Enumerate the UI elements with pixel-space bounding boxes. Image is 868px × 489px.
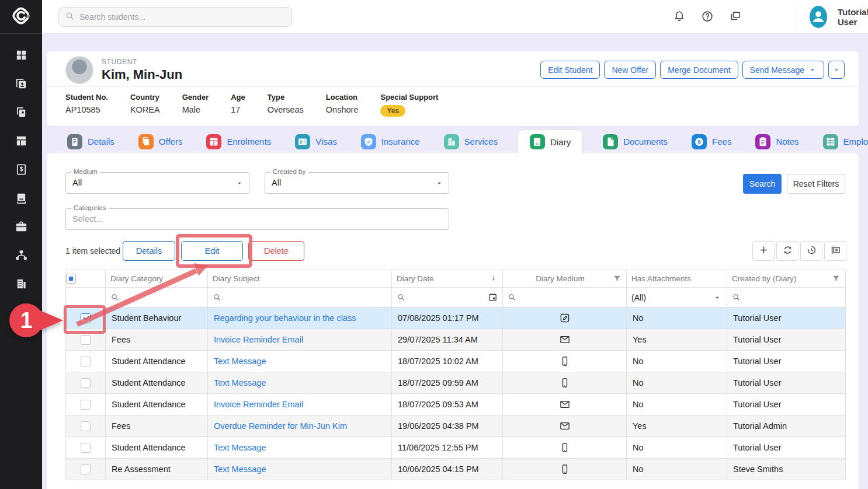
sidebar-item-briefcase[interactable]	[9, 221, 33, 235]
categories-select[interactable]: Categories Select...	[65, 208, 449, 230]
merge-document-button[interactable]: Merge Document	[660, 61, 738, 79]
tab-notes[interactable]: Notes	[751, 130, 803, 153]
row-checkbox[interactable]	[81, 464, 91, 474]
medium-select[interactable]: Medium All	[65, 172, 249, 194]
info-field-gender: GenderMale	[182, 93, 209, 117]
tab-documents[interactable]: Documents	[599, 130, 672, 153]
new-offer-button[interactable]: New Offer	[604, 61, 656, 79]
sidebar-item-library[interactable]	[9, 192, 33, 206]
filter-medium[interactable]	[503, 288, 627, 308]
calendar-icon[interactable]	[488, 292, 498, 302]
billing-icon	[15, 163, 28, 178]
diary-subject-link[interactable]: Overdue Reminder for Min-Jun Kim	[214, 421, 347, 431]
column-diary-category[interactable]: Diary Category	[106, 270, 208, 288]
edit-student-button[interactable]: Edit Student	[540, 61, 600, 79]
table-row: Student AttendanceText Message11/06/2025…	[66, 437, 846, 459]
cell-diary-category: Fees	[106, 415, 208, 437]
user-menu[interactable]: Tutorial User	[810, 6, 868, 28]
send-message-button[interactable]: Send Message	[742, 61, 824, 79]
search-input[interactable]	[79, 12, 286, 22]
sidebar-item-billing[interactable]	[9, 163, 33, 177]
row-checkbox-cell[interactable]	[66, 329, 106, 351]
select-all-checkbox[interactable]	[66, 274, 76, 284]
sidebar-item-layout[interactable]	[9, 135, 33, 149]
more-actions-button[interactable]	[828, 61, 845, 79]
filter-subject[interactable]	[208, 288, 392, 308]
row-checkbox[interactable]	[81, 443, 91, 453]
diary-subject-link[interactable]: Text Message	[214, 443, 266, 452]
diary-subject-link[interactable]: Regarding your behaviour in the class	[214, 313, 356, 323]
tab-insurance[interactable]: Insurance	[357, 130, 424, 153]
tab-enrolments[interactable]: Enrolments	[202, 130, 275, 153]
details-button[interactable]: Details	[123, 241, 175, 261]
cell-diary-medium	[503, 372, 627, 394]
tab-label: Diary	[550, 137, 571, 147]
sidebar-item-students[interactable]	[9, 78, 33, 92]
column-has-attachments[interactable]: Has Attachments	[627, 270, 727, 288]
row-checkbox-cell[interactable]	[66, 415, 106, 437]
reset-filters-button[interactable]: Reset Filters	[787, 174, 845, 194]
row-checkbox-cell[interactable]	[66, 459, 106, 480]
sidebar-item-campus[interactable]	[9, 278, 33, 292]
filter-created-by[interactable]	[727, 288, 846, 308]
diary-subject-link[interactable]: Invoice Reminder Email	[214, 335, 303, 344]
created-by-select[interactable]: Created by All	[265, 172, 449, 194]
row-checkbox[interactable]	[81, 313, 91, 323]
row-checkbox-cell[interactable]	[66, 437, 106, 459]
revert-button[interactable]	[800, 241, 822, 261]
row-checkbox[interactable]	[81, 400, 91, 410]
column-diary-date[interactable]: Diary Date	[392, 270, 503, 288]
diary-subject-link[interactable]: Text Message	[214, 464, 266, 474]
diary-subject-link[interactable]: Text Message	[214, 378, 266, 387]
refresh-button[interactable]	[776, 241, 798, 261]
add-record-button[interactable]	[752, 241, 775, 261]
chat-icon[interactable]	[729, 10, 742, 23]
filter-funnel-icon[interactable]	[613, 274, 622, 283]
tab-offers[interactable]: Offers	[134, 130, 187, 153]
row-checkbox-cell[interactable]	[66, 372, 106, 394]
row-checkbox[interactable]	[81, 378, 91, 388]
select-all-checkbox-cell[interactable]	[66, 270, 106, 288]
edit-button[interactable]: Edit	[181, 241, 243, 261]
sidebar-item-dashboard[interactable]	[9, 49, 33, 63]
cell-has-attachments: No	[627, 372, 727, 394]
filter-funnel-icon[interactable]	[832, 274, 841, 283]
column-chooser-button[interactable]	[824, 241, 846, 261]
chevron-down-icon[interactable]	[435, 179, 444, 190]
sidebar-item-network[interactable]	[9, 249, 33, 263]
tab-employment[interactable]: Employment	[819, 130, 868, 153]
row-checkbox-cell[interactable]	[66, 394, 106, 415]
special-support-badge: Yes	[380, 105, 405, 117]
search-button[interactable]: Search	[743, 174, 782, 194]
row-checkbox-cell[interactable]	[66, 351, 106, 372]
tab-details[interactable]: Details	[63, 130, 119, 153]
row-checkbox[interactable]	[81, 335, 91, 345]
filter-date[interactable]	[392, 288, 503, 308]
cell-diary-date: 29/07/2025 11:34 AM	[392, 329, 503, 351]
row-checkbox[interactable]	[81, 357, 91, 366]
column-diary-medium[interactable]: Diary Medium	[503, 270, 627, 288]
app-logo[interactable]	[0, 0, 42, 34]
notifications-icon[interactable]	[673, 10, 686, 23]
cell-has-attachments: No	[627, 394, 727, 415]
filter-attachments[interactable]: (All)	[627, 288, 727, 308]
row-checkbox[interactable]	[81, 421, 91, 431]
row-checkbox-cell[interactable]	[66, 308, 106, 329]
tab-diary[interactable]: Diary	[518, 130, 583, 153]
chevron-down-icon[interactable]	[713, 293, 722, 302]
filter-category[interactable]	[106, 288, 208, 308]
student-search[interactable]	[58, 7, 292, 27]
help-icon[interactable]	[701, 10, 714, 23]
tab-fees[interactable]: $Fees	[688, 130, 735, 153]
tab-services[interactable]: Services	[440, 130, 502, 153]
cell-diary-date: 11/06/2025 12:55 PM	[392, 437, 503, 459]
delete-button[interactable]: Delete	[248, 241, 304, 261]
diary-subject-link[interactable]: Text Message	[214, 357, 266, 366]
sidebar-item-documents[interactable]	[9, 106, 33, 120]
chevron-down-icon[interactable]	[235, 179, 244, 190]
tab-visas[interactable]: Visas	[291, 130, 341, 153]
user-avatar[interactable]	[810, 6, 827, 28]
diary-subject-link[interactable]: Invoice Reminder Email	[214, 400, 303, 409]
column-diary-subject[interactable]: Diary Subject	[208, 270, 392, 288]
column-created-by[interactable]: Created by (Diary)	[727, 270, 846, 288]
